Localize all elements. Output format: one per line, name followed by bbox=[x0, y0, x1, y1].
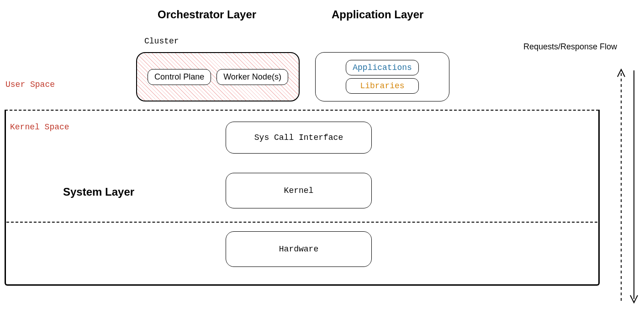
application-layer-heading: Application Layer bbox=[332, 8, 423, 21]
system-inner-dash bbox=[6, 222, 597, 223]
libraries-box: Libraries bbox=[346, 78, 419, 94]
user-space-label: User Space bbox=[5, 80, 55, 89]
syscall-interface-box: Sys Call Interface bbox=[226, 122, 372, 154]
worker-nodes-box: Worker Node(s) bbox=[216, 69, 288, 85]
hardware-box: Hardware bbox=[226, 231, 372, 267]
control-plane-box: Control Plane bbox=[148, 69, 211, 85]
kernel-space-label: Kernel Space bbox=[10, 123, 69, 132]
application-layer-box: Applications Libraries bbox=[315, 52, 449, 101]
flow-label: Requests/Response Flow bbox=[523, 42, 617, 52]
kernel-box: Kernel bbox=[226, 173, 372, 208]
cluster-box: Control Plane Worker Node(s) bbox=[136, 52, 300, 101]
cluster-label: Cluster bbox=[144, 37, 179, 46]
system-layer-heading: System Layer bbox=[63, 186, 134, 198]
applications-box: Applications bbox=[346, 60, 419, 75]
flow-arrows bbox=[618, 68, 640, 307]
orchestrator-layer-heading: Orchestrator Layer bbox=[158, 8, 256, 21]
